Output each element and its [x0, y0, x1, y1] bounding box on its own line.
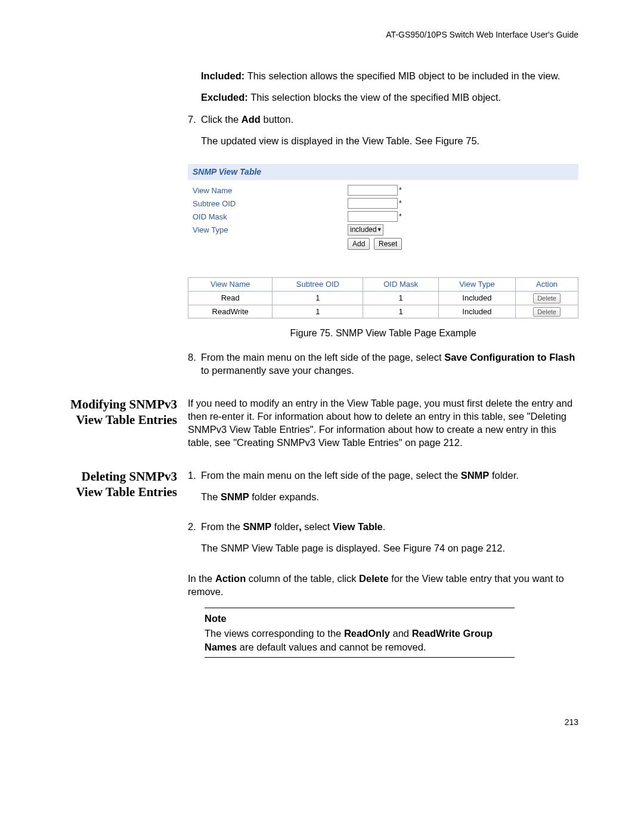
- delete-step-1: 1. From the main menu on the left side o…: [188, 469, 578, 512]
- label-view-type: View Type: [193, 225, 348, 236]
- label-oid-mask: OID Mask: [193, 212, 348, 222]
- figure-caption: Figure 75. SNMP View Table Page Example: [188, 327, 578, 340]
- label-subtree-oid: Subtree OID: [193, 199, 348, 209]
- note-block: Note The views corresponding to the Read…: [205, 608, 515, 658]
- heading-deleting: Deleting SNMPv3 View Table Entries: [66, 469, 188, 500]
- step-8: 8. From the main menu on the left side o…: [188, 351, 578, 377]
- excluded-definition: Excluded: This selection blocks the view…: [201, 91, 578, 104]
- step-7: 7. Click the Add button. The updated vie…: [188, 113, 578, 156]
- action-column-instruction: In the Action column of the table, click…: [188, 572, 578, 599]
- step-7-result: The updated view is displayed in the Vie…: [201, 134, 578, 147]
- included-definition: Included: This selection allows the spec…: [201, 69, 578, 82]
- th-view-type: View Type: [438, 278, 515, 292]
- th-subtree-oid: Subtree OID: [273, 278, 363, 292]
- delete-step-2-result: The SNMP View Table page is displayed. S…: [201, 541, 578, 555]
- delete-step-2: 2. From the SNMP folder, select View Tab…: [188, 520, 578, 563]
- page-number: 213: [66, 717, 578, 727]
- note-body: The views corresponding to the ReadOnly …: [205, 627, 515, 654]
- input-view-name[interactable]: [348, 185, 398, 196]
- input-oid-mask[interactable]: [348, 211, 398, 222]
- chevron-down-icon: ▼: [377, 226, 382, 233]
- delete-step-1-result: The SNMP folder expands.: [201, 490, 578, 503]
- label-view-name: View Name: [193, 185, 348, 196]
- modifying-body: If you need to modify an entry in the Vi…: [188, 397, 578, 450]
- included-label: Included:: [201, 70, 244, 81]
- delete-button[interactable]: Delete: [533, 307, 561, 317]
- reset-button[interactable]: Reset: [374, 238, 402, 250]
- snmp-view-table-figure: SNMP View Table View Name * Subtree OID …: [188, 164, 578, 340]
- delete-button[interactable]: Delete: [533, 293, 561, 304]
- th-action: Action: [516, 278, 578, 292]
- excluded-label: Excluded:: [201, 92, 248, 103]
- heading-modifying: Modifying SNMPv3 View Table Entries: [66, 397, 188, 428]
- snmp-view-data-table: View Name Subtree OID OID Mask View Type…: [188, 277, 578, 318]
- input-subtree-oid[interactable]: [348, 198, 398, 209]
- add-button[interactable]: Add: [348, 238, 370, 250]
- page-header: AT-GS950/10PS Switch Web Interface User'…: [66, 30, 578, 39]
- table-row: ReadWrite 1 1 Included Delete: [188, 305, 578, 318]
- note-title: Note: [205, 612, 515, 625]
- snmp-panel-title: SNMP View Table: [188, 164, 578, 180]
- th-view-name: View Name: [188, 278, 273, 292]
- th-oid-mask: OID Mask: [363, 278, 438, 292]
- table-row: Read 1 1 Included Delete: [188, 291, 578, 305]
- select-view-type[interactable]: included ▼: [348, 224, 383, 236]
